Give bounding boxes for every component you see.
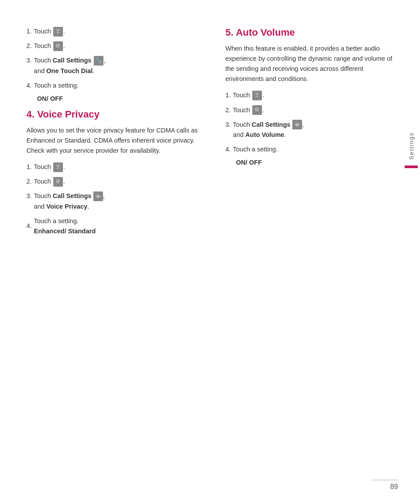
call-settings-svg: 🔧 (94, 56, 103, 66)
av-step-4: 4. Touch a setting. (225, 144, 398, 155)
av-step-2: 2. Touch . (225, 105, 398, 115)
section-5: 5. Auto Volume When this feature is enab… (225, 26, 398, 166)
vp-step-4-content: Touch a setting. Enhanced/ Standard (34, 216, 96, 236)
apps-icon-2 (53, 162, 63, 172)
vp-step-1-number: 1. (26, 162, 32, 172)
step-3-touch: Touch (34, 55, 51, 66)
step-3-one-touch: One Touch Dial (46, 66, 92, 76)
step-3-bold: Call Settings (53, 55, 92, 66)
vp-step-4: 4. Touch a setting. Enhanced/ Standard (26, 216, 199, 236)
sidebar-bar (405, 166, 418, 168)
section-4-body: Allows you to set the voice privacy feat… (26, 125, 199, 156)
on-off-option: ON/ OFF (37, 95, 199, 102)
sidebar: Settings (402, 132, 420, 168)
av-step-3-line2: and Auto Volume. (233, 130, 304, 140)
section-4-title: 4. Voice Privacy (26, 108, 199, 121)
av-step-1-number: 1. (225, 90, 231, 100)
vp-step-3-touch: Touch (34, 191, 51, 201)
call-settings-icon-3: ⚙ (292, 120, 302, 129)
av-step-3-and: and (233, 130, 243, 140)
av-step-3-number: 3. (225, 120, 231, 130)
step-2: 2. Touch . (26, 41, 199, 51)
av-step-3-bold: Call Settings (252, 120, 291, 130)
step-4: 4. Touch a setting. (26, 81, 199, 91)
vp-step-3: 3. Touch Call Settings ⚙ , (26, 191, 199, 211)
vp-step-3-line1: Touch Call Settings ⚙ , (34, 191, 105, 201)
vp-step-1: 1. Touch . (26, 162, 199, 172)
section-5-title: 5. Auto Volume (225, 26, 398, 39)
av-step-1-text: Touch (233, 90, 250, 100)
step-1-text: Touch (34, 26, 51, 37)
vp-step-2-number: 2. (26, 177, 32, 187)
vp-step-3-line2: and Voice Privacy. (34, 202, 105, 212)
vp-step-3-vp: Voice Privacy (46, 202, 87, 212)
vp-step-3-bold: Call Settings (53, 191, 92, 201)
vp-step-2: 2. Touch . (26, 177, 199, 187)
vp-step-1-text: Touch (34, 162, 51, 172)
av-step-4-text: Touch a setting. (233, 144, 278, 155)
section-5-body: When this feature is enabled, it provide… (225, 44, 398, 85)
step-4-text: Touch a setting. (34, 81, 79, 91)
vp-step-4-number: 4. (26, 221, 32, 231)
sidebar-label: Settings (408, 132, 415, 160)
step-3-line1: Touch Call Settings 🔧 , (34, 55, 106, 66)
left-column: 1. Touch . 2. Touch . 3. Touch Call Sett… (26, 26, 208, 241)
intro-steps: 1. Touch . 2. Touch . 3. Touch Call Sett… (26, 26, 199, 102)
vp-enhanced-standard: Enhanced/ Standard (34, 226, 96, 236)
call-settings-icon-2: ⚙ (93, 191, 103, 201)
vp-step-3-content: Touch Call Settings ⚙ , and Voice Privac… (34, 191, 105, 211)
step-2-number: 2. (26, 41, 32, 51)
settings-icon-3 (252, 105, 262, 115)
call-settings-svg-3: ⚙ (292, 120, 302, 129)
section-4: 4. Voice Privacy Allows you to set the v… (26, 108, 199, 236)
step-2-text: Touch (34, 41, 51, 51)
vp-step-3-and: and (34, 202, 44, 212)
settings-icon-2 (53, 177, 63, 187)
call-settings-icon-1: 🔧 (94, 56, 103, 66)
step-3-content: Touch Call Settings 🔧 , and One Touch Di… (34, 55, 106, 76)
settings-icon-1 (53, 41, 63, 51)
step-1: 1. Touch . (26, 26, 199, 37)
av-step-3-av: Auto Volume (245, 130, 284, 140)
av-step-1: 1. Touch . (225, 90, 398, 100)
av-step-2-number: 2. (225, 105, 231, 115)
svg-text:🔧: 🔧 (95, 57, 102, 64)
step-3-and: and (34, 66, 44, 76)
av-step-4-number: 4. (225, 144, 231, 155)
av-step-3-content: Touch Call Settings ⚙ , and Auto Volume. (233, 120, 304, 140)
step-3-number: 3. (26, 55, 32, 66)
av-step-3-line1: Touch Call Settings ⚙ , (233, 120, 304, 130)
step-1-number: 1. (26, 26, 32, 37)
av-on-off: ON/ OFF (236, 159, 398, 166)
av-step-2-text: Touch (233, 105, 250, 115)
step-3-line2: and One Touch Dial. (34, 66, 106, 76)
vp-step-2-text: Touch (34, 177, 51, 187)
page-number: 89 (372, 480, 398, 491)
vp-step-3-number: 3. (26, 191, 32, 201)
vp-step-4-text: Touch a setting. (34, 216, 96, 226)
av-step-3: 3. Touch Call Settings ⚙ , (225, 120, 398, 140)
step-3: 3. Touch Call Settings 🔧 , and (26, 55, 199, 76)
apps-icon-3 (252, 91, 262, 100)
step-4-number: 4. (26, 81, 32, 91)
av-step-3-touch: Touch (233, 120, 250, 130)
call-settings-svg-2: ⚙ (93, 191, 103, 201)
apps-icon-1 (53, 27, 63, 37)
right-column: 5. Auto Volume When this feature is enab… (225, 26, 402, 241)
